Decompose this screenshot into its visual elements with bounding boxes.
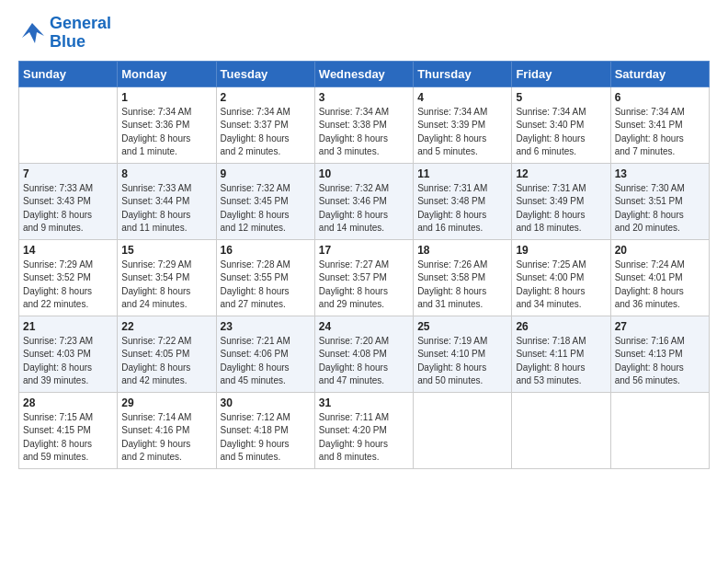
calendar-cell [610, 392, 709, 468]
calendar-cell: 28Sunrise: 7:15 AM Sunset: 4:15 PM Dayli… [19, 392, 118, 468]
day-number: 18 [417, 244, 507, 257]
header: General Blue [18, 15, 710, 52]
day-info: Sunrise: 7:31 AM Sunset: 3:49 PM Dayligh… [516, 182, 606, 236]
calendar-table: SundayMondayTuesdayWednesdayThursdayFrid… [18, 61, 710, 469]
col-header-wednesday: Wednesday [314, 61, 413, 86]
calendar-cell: 2Sunrise: 7:34 AM Sunset: 3:37 PM Daylig… [216, 86, 314, 163]
logo-icon [18, 19, 46, 47]
day-number: 29 [121, 396, 211, 409]
day-info: Sunrise: 7:14 AM Sunset: 4:16 PM Dayligh… [121, 411, 211, 465]
day-info: Sunrise: 7:16 AM Sunset: 4:13 PM Dayligh… [615, 335, 705, 388]
day-number: 8 [121, 167, 211, 180]
day-number: 23 [221, 320, 311, 333]
col-header-thursday: Thursday [414, 61, 512, 86]
col-header-saturday: Saturday [610, 61, 709, 86]
day-info: Sunrise: 7:25 AM Sunset: 4:00 PM Dayligh… [516, 259, 606, 312]
day-number: 14 [23, 244, 113, 257]
week-row-4: 21Sunrise: 7:23 AM Sunset: 4:03 PM Dayli… [19, 316, 710, 392]
week-row-2: 7Sunrise: 7:33 AM Sunset: 3:43 PM Daylig… [19, 163, 710, 239]
day-info: Sunrise: 7:15 AM Sunset: 4:15 PM Dayligh… [23, 411, 113, 465]
day-info: Sunrise: 7:34 AM Sunset: 3:37 PM Dayligh… [221, 106, 311, 159]
calendar-cell: 25Sunrise: 7:19 AM Sunset: 4:10 PM Dayli… [414, 316, 512, 392]
day-number: 26 [516, 320, 606, 333]
calendar-cell: 22Sunrise: 7:22 AM Sunset: 4:05 PM Dayli… [118, 316, 216, 392]
calendar-cell: 21Sunrise: 7:23 AM Sunset: 4:03 PM Dayli… [19, 316, 118, 392]
day-number: 13 [615, 167, 705, 180]
calendar-cell: 27Sunrise: 7:16 AM Sunset: 4:13 PM Dayli… [610, 316, 709, 392]
day-number: 12 [516, 167, 606, 180]
calendar-cell: 4Sunrise: 7:34 AM Sunset: 3:39 PM Daylig… [414, 86, 512, 163]
day-info: Sunrise: 7:19 AM Sunset: 4:10 PM Dayligh… [417, 335, 507, 388]
day-info: Sunrise: 7:24 AM Sunset: 4:01 PM Dayligh… [615, 259, 705, 312]
calendar-cell: 17Sunrise: 7:27 AM Sunset: 3:57 PM Dayli… [314, 239, 413, 316]
calendar-cell: 24Sunrise: 7:20 AM Sunset: 4:08 PM Dayli… [314, 316, 413, 392]
page: General Blue SundayMondayTuesdayWednesda… [0, 0, 728, 478]
calendar-cell: 15Sunrise: 7:29 AM Sunset: 3:54 PM Dayli… [118, 239, 216, 316]
calendar-cell: 8Sunrise: 7:33 AM Sunset: 3:44 PM Daylig… [118, 163, 216, 239]
calendar-cell: 11Sunrise: 7:31 AM Sunset: 3:48 PM Dayli… [414, 163, 512, 239]
calendar-cell: 7Sunrise: 7:33 AM Sunset: 3:43 PM Daylig… [19, 163, 118, 239]
calendar-cell: 5Sunrise: 7:34 AM Sunset: 3:40 PM Daylig… [512, 86, 610, 163]
day-number: 25 [417, 320, 507, 333]
day-number: 10 [319, 167, 409, 180]
day-info: Sunrise: 7:28 AM Sunset: 3:55 PM Dayligh… [221, 259, 311, 312]
day-info: Sunrise: 7:23 AM Sunset: 4:03 PM Dayligh… [23, 335, 113, 388]
day-info: Sunrise: 7:29 AM Sunset: 3:52 PM Dayligh… [23, 259, 113, 312]
day-info: Sunrise: 7:33 AM Sunset: 3:43 PM Dayligh… [23, 182, 113, 236]
col-header-friday: Friday [512, 61, 610, 86]
calendar-cell: 14Sunrise: 7:29 AM Sunset: 3:52 PM Dayli… [19, 239, 118, 316]
logo: General Blue [18, 15, 111, 52]
calendar-cell: 23Sunrise: 7:21 AM Sunset: 4:06 PM Dayli… [216, 316, 314, 392]
day-info: Sunrise: 7:18 AM Sunset: 4:11 PM Dayligh… [516, 335, 606, 388]
day-number: 6 [615, 91, 705, 104]
calendar-cell: 19Sunrise: 7:25 AM Sunset: 4:00 PM Dayli… [512, 239, 610, 316]
day-info: Sunrise: 7:34 AM Sunset: 3:36 PM Dayligh… [121, 106, 211, 159]
day-number: 22 [121, 320, 211, 333]
week-row-1: 1Sunrise: 7:34 AM Sunset: 3:36 PM Daylig… [19, 86, 710, 163]
day-info: Sunrise: 7:12 AM Sunset: 4:18 PM Dayligh… [221, 411, 311, 465]
day-info: Sunrise: 7:30 AM Sunset: 3:51 PM Dayligh… [615, 182, 705, 236]
col-header-sunday: Sunday [19, 61, 118, 86]
day-number: 28 [23, 396, 113, 409]
calendar-cell: 26Sunrise: 7:18 AM Sunset: 4:11 PM Dayli… [512, 316, 610, 392]
day-info: Sunrise: 7:11 AM Sunset: 4:20 PM Dayligh… [319, 411, 409, 465]
calendar-cell [414, 392, 512, 468]
calendar-cell: 16Sunrise: 7:28 AM Sunset: 3:55 PM Dayli… [216, 239, 314, 316]
day-info: Sunrise: 7:34 AM Sunset: 3:41 PM Dayligh… [615, 106, 705, 159]
day-number: 30 [221, 396, 311, 409]
day-number: 24 [319, 320, 409, 333]
col-header-monday: Monday [118, 61, 216, 86]
logo-text: General Blue [50, 15, 111, 52]
day-info: Sunrise: 7:34 AM Sunset: 3:40 PM Dayligh… [516, 106, 606, 159]
calendar-cell: 6Sunrise: 7:34 AM Sunset: 3:41 PM Daylig… [610, 86, 709, 163]
day-number: 2 [221, 91, 311, 104]
day-number: 15 [121, 244, 211, 257]
day-info: Sunrise: 7:32 AM Sunset: 3:46 PM Dayligh… [319, 182, 409, 236]
day-number: 17 [319, 244, 409, 257]
day-number: 9 [221, 167, 311, 180]
calendar-cell [512, 392, 610, 468]
day-info: Sunrise: 7:31 AM Sunset: 3:48 PM Dayligh… [417, 182, 507, 236]
day-number: 19 [516, 244, 606, 257]
day-number: 21 [23, 320, 113, 333]
day-info: Sunrise: 7:29 AM Sunset: 3:54 PM Dayligh… [121, 259, 211, 312]
svg-marker-0 [22, 23, 44, 43]
calendar-cell: 9Sunrise: 7:32 AM Sunset: 3:45 PM Daylig… [216, 163, 314, 239]
day-number: 16 [221, 244, 311, 257]
week-row-3: 14Sunrise: 7:29 AM Sunset: 3:52 PM Dayli… [19, 239, 710, 316]
calendar-cell: 31Sunrise: 7:11 AM Sunset: 4:20 PM Dayli… [314, 392, 413, 468]
day-info: Sunrise: 7:27 AM Sunset: 3:57 PM Dayligh… [319, 259, 409, 312]
day-number: 7 [23, 167, 113, 180]
day-info: Sunrise: 7:20 AM Sunset: 4:08 PM Dayligh… [319, 335, 409, 388]
calendar-cell: 3Sunrise: 7:34 AM Sunset: 3:38 PM Daylig… [314, 86, 413, 163]
day-number: 3 [319, 91, 409, 104]
day-info: Sunrise: 7:34 AM Sunset: 3:38 PM Dayligh… [319, 106, 409, 159]
day-info: Sunrise: 7:26 AM Sunset: 3:58 PM Dayligh… [417, 259, 507, 312]
calendar-cell: 18Sunrise: 7:26 AM Sunset: 3:58 PM Dayli… [414, 239, 512, 316]
day-number: 31 [319, 396, 409, 409]
col-header-tuesday: Tuesday [216, 61, 314, 86]
day-number: 20 [615, 244, 705, 257]
calendar-cell: 12Sunrise: 7:31 AM Sunset: 3:49 PM Dayli… [512, 163, 610, 239]
calendar-cell: 10Sunrise: 7:32 AM Sunset: 3:46 PM Dayli… [314, 163, 413, 239]
day-number: 5 [516, 91, 606, 104]
